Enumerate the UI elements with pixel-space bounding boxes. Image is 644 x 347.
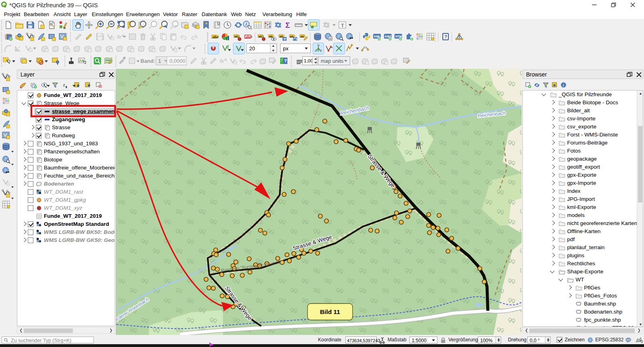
svg-text:ab: ab (301, 35, 304, 38)
svg-text:ab: ab (235, 35, 238, 38)
svg-text:abc: abc (246, 35, 252, 39)
svg-text:?: ? (284, 58, 287, 63)
svg-text:fx: fx (117, 34, 122, 40)
svg-text:Bild 11: Bild 11 (320, 308, 340, 315)
svg-text:fx: fx (220, 58, 224, 64)
svg-text:T: T (341, 22, 344, 28)
svg-text:ab: ab (269, 35, 273, 38)
svg-text:a: a (64, 26, 66, 30)
svg-text:▮: ▮ (66, 85, 67, 88)
svg-text:?: ? (444, 34, 447, 39)
svg-text:ε: ε (63, 83, 65, 87)
svg-text:ab: ab (259, 35, 262, 38)
svg-text:abc: abc (213, 35, 219, 39)
svg-text:Σ: Σ (285, 21, 290, 29)
